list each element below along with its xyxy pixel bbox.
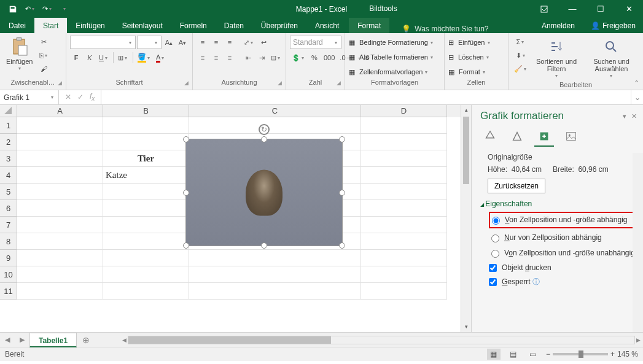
rotate-handle[interactable] [259, 124, 270, 135]
zoom-level[interactable]: 145 % [617, 350, 638, 358]
row-header[interactable]: 4 [0, 167, 17, 184]
row-header[interactable]: 7 [0, 217, 17, 233]
tab-daten[interactable]: Daten [216, 18, 252, 33]
align-top-button[interactable]: ≡ [197, 36, 209, 48]
name-box[interactable]: Grafik 1▾ [0, 90, 59, 104]
format-as-table-button[interactable]: ▦ Als Tabelle formatieren▾ [349, 50, 434, 64]
autosum-button[interactable]: Σ▾ [512, 36, 529, 48]
qat-customize[interactable]: ▾ [57, 1, 72, 17]
row-header[interactable]: 8 [0, 233, 17, 250]
picture-tab[interactable] [561, 127, 581, 147]
insert-cells-button[interactable]: ⊞ Einfügen▾ [448, 36, 491, 49]
underline-button[interactable]: U▾ [97, 52, 111, 64]
normal-view-button[interactable]: ▦ [487, 349, 501, 360]
worksheet-grid[interactable]: A B C D 1 2 3TierBild 4Katze 5 6 7 8 9 1… [0, 105, 461, 332]
collapse-ribbon-button[interactable]: ⌃ [634, 79, 639, 87]
zoom-in-button[interactable]: + [610, 350, 615, 358]
fill-button[interactable]: ⬇▾ [512, 49, 529, 61]
resize-handle[interactable] [183, 242, 189, 249]
wrap-text-button[interactable]: ↩ [257, 36, 270, 48]
dialog-launcher-icon[interactable]: ◢ [337, 80, 341, 86]
merge-button[interactable]: ⊟▾ [269, 52, 283, 64]
column-header[interactable]: D [361, 105, 447, 117]
close-button[interactable]: ✕ [615, 0, 643, 18]
maximize-button[interactable]: ☐ [586, 0, 615, 18]
align-left-button[interactable]: ≡ [197, 52, 209, 64]
column-header[interactable]: B [103, 105, 189, 117]
tab-start[interactable]: Start [34, 18, 67, 33]
bold-button[interactable]: F [70, 52, 82, 64]
tab-ueberpruefen[interactable]: Überprüfen [252, 18, 306, 33]
resize-handle[interactable] [183, 190, 189, 196]
horizontal-scrollbar[interactable]: ◀ ▶ [120, 336, 643, 344]
row-header[interactable]: 2 [0, 134, 17, 150]
pane-scrollbar[interactable] [633, 153, 643, 332]
expand-formula-bar[interactable]: ⌄ [631, 90, 643, 104]
row-header[interactable]: 11 [0, 283, 17, 300]
vertical-scrollbar[interactable]: ▴ ▾ [461, 105, 471, 332]
conditional-format-button[interactable]: ▦ Bedingte Formatierung▾ [349, 36, 434, 49]
align-bottom-button[interactable]: ≡ [224, 36, 236, 48]
format-cells-button[interactable]: ▦ Format▾ [448, 65, 486, 79]
format-painter-button[interactable]: 🖌 [37, 63, 50, 75]
tell-me-search[interactable]: 💡 Was möchten Sie tun? [402, 25, 488, 33]
sort-filter-button[interactable]: Sortieren und Filtern▾ [532, 36, 581, 81]
orientation-button[interactable]: ⤢▾ [242, 36, 256, 48]
move-with-cells-radio[interactable]: Nur von Zellposition abhängig [489, 230, 638, 246]
locked-checkbox[interactable]: Gesperrt ⓘ [480, 274, 638, 290]
effects-tab[interactable] [507, 127, 527, 147]
tab-datei[interactable]: Datei [0, 18, 34, 33]
decrease-font-button[interactable]: A▾ [176, 36, 189, 48]
print-object-checkbox[interactable]: Objekt drucken [480, 261, 638, 274]
resize-handle[interactable] [339, 136, 345, 142]
align-middle-button[interactable]: ≡ [210, 36, 222, 48]
paste-button[interactable]: Einfügen▾ [4, 36, 35, 74]
fill-line-tab[interactable] [480, 127, 500, 147]
delete-cells-button[interactable]: ⊟ Löschen▾ [448, 50, 490, 64]
thousands-button[interactable]: 000 [322, 52, 337, 64]
increase-indent-button[interactable]: ⇥ [255, 52, 268, 64]
pane-close-button[interactable]: ✕ [631, 112, 637, 120]
accounting-format-button[interactable]: 💲▾ [290, 52, 307, 64]
page-layout-view-button[interactable]: ▤ [507, 349, 520, 360]
select-all-button[interactable] [0, 105, 17, 117]
tab-ansicht[interactable]: Ansicht [306, 18, 348, 33]
size-properties-tab[interactable] [534, 127, 554, 147]
resize-handle[interactable] [261, 242, 267, 249]
share-button[interactable]: 👤Freigeben [583, 18, 643, 33]
new-sheet-button[interactable]: ⊕ [77, 335, 95, 345]
sheet-tab[interactable]: Tabelle1 [29, 333, 77, 347]
dialog-launcher-icon[interactable]: ◢ [184, 80, 189, 86]
align-center-button[interactable]: ≡ [210, 52, 222, 64]
resize-handle[interactable] [261, 136, 267, 142]
resize-handle[interactable] [183, 136, 189, 142]
minimize-button[interactable]: — [558, 0, 586, 18]
cell-styles-button[interactable]: ▦ Zellenformatvorlagen▾ [349, 65, 429, 79]
resize-handle[interactable] [339, 190, 345, 196]
row-header[interactable]: 10 [0, 266, 17, 283]
pane-options-button[interactable]: ▾ [623, 112, 626, 120]
border-button[interactable]: ⊞▾ [116, 52, 130, 64]
clear-button[interactable]: 🧹▾ [512, 63, 529, 75]
percent-button[interactable]: % [308, 52, 321, 64]
row-header[interactable]: 5 [0, 184, 17, 200]
align-right-button[interactable]: ≡ [224, 52, 236, 64]
cell-b4[interactable]: Katze [103, 167, 189, 184]
dialog-launcher-icon[interactable]: ◢ [278, 80, 282, 86]
font-combo[interactable]: ▾ [70, 36, 136, 49]
column-header[interactable]: C [189, 105, 361, 117]
italic-button[interactable]: K [84, 52, 96, 64]
dialog-launcher-icon[interactable]: ◢ [58, 80, 62, 86]
sheet-nav-next[interactable]: ▶ [15, 336, 29, 344]
column-header[interactable]: A [17, 105, 103, 117]
formula-input[interactable] [101, 90, 631, 104]
save-button[interactable] [5, 1, 21, 17]
selected-image[interactable] [185, 139, 343, 246]
redo-button[interactable]: ↷▾ [39, 1, 55, 17]
sign-in-button[interactable]: Anmelden [533, 18, 583, 33]
fontsize-combo[interactable]: ▾ [137, 36, 162, 49]
tab-formeln[interactable]: Formeln [171, 18, 216, 33]
tab-einfuegen[interactable]: Einfügen [67, 18, 113, 33]
cell-b3[interactable]: Tier [103, 150, 189, 167]
zoom-out-button[interactable]: − [546, 350, 550, 358]
